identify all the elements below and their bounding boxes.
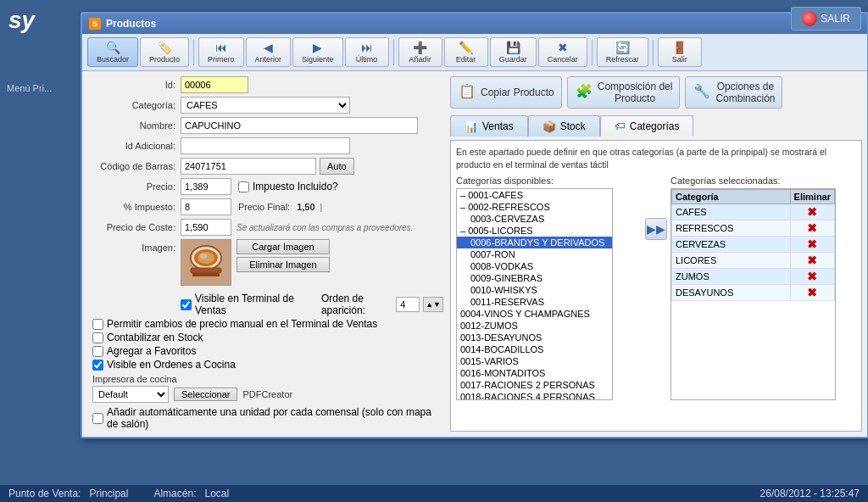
cat-item-0013-desayunos[interactable]: 0013-DESAYUNOS xyxy=(457,332,612,343)
cocina-checkbox[interactable] xyxy=(92,360,103,371)
categoria-row: Categoría: CAFES xyxy=(87,97,443,114)
editar-label: Editar xyxy=(456,55,476,64)
copiar-producto-button[interactable]: 📋 Copiar Producto xyxy=(450,76,562,109)
contabilizar-checkbox[interactable] xyxy=(92,332,103,343)
toolbar-salir-button[interactable]: 🚪 Salir xyxy=(658,37,702,67)
orden-spinner-button[interactable]: ▲▼ xyxy=(423,297,443,312)
producto-button[interactable]: 🏷️ Producto xyxy=(140,37,189,67)
cat-item-0008-vodkas[interactable]: 0008-VODKAS xyxy=(457,260,612,272)
available-panel: Categorías disponibles: – 0001-CAFES – 0… xyxy=(456,176,642,400)
cargar-imagen-button[interactable]: Cargar Imagen xyxy=(236,239,330,254)
delete-cafes-button[interactable]: ✖ xyxy=(807,205,817,219)
available-list[interactable]: – 0001-CAFES – 0002-REFRESCOS 0003-CERVE… xyxy=(456,188,613,400)
cat-item-0001-cafes[interactable]: – 0001-CAFES xyxy=(457,189,612,201)
contabilizar-row: Contabilizar en Stock xyxy=(87,332,443,343)
producto-label: Producto xyxy=(149,55,180,64)
refrescar-button[interactable]: 🔄 Refrescar xyxy=(597,37,648,67)
anadir-button[interactable]: ➕ Añadir xyxy=(398,37,442,67)
contabilizar-label: Contabilizar en Stock xyxy=(107,332,203,343)
image-area: Cargar Imagen Eliminar Imagen xyxy=(181,239,330,286)
printer-select[interactable]: Default xyxy=(92,386,169,403)
add-category-button[interactable]: ▶▶ xyxy=(645,218,667,240)
nombre-label: Nombre: xyxy=(87,120,181,131)
selected-cat-cervezas: CERVEZAS xyxy=(672,237,791,253)
buscador-button[interactable]: 🔍 Buscador xyxy=(87,37,138,67)
delete-licores-button[interactable]: ✖ xyxy=(807,254,817,267)
toolbar-separator-2 xyxy=(393,40,394,65)
ultimo-button[interactable]: ⏭ Último xyxy=(345,37,389,67)
guardar-label: Guardar xyxy=(499,55,527,64)
cat-item-0016-montaditos[interactable]: 0016-MONTADITOS xyxy=(457,367,612,379)
cat-item-0002-refrescos[interactable]: – 0002-REFRESCOS xyxy=(457,201,612,213)
cat-item-0012-zumos[interactable]: 0012-ZUMOS xyxy=(457,320,612,332)
svg-point-4 xyxy=(200,254,207,259)
delete-zumos-button[interactable]: ✖ xyxy=(807,270,817,283)
orden-field[interactable] xyxy=(396,297,420,312)
buscador-label: Buscador xyxy=(97,55,129,64)
cat-item-0014-bocadillos[interactable]: 0014-BOCADILLOS xyxy=(457,343,612,355)
tab-categorias[interactable]: 🏷 Categorías xyxy=(600,115,694,137)
precio-row: Precio: Impuesto Incluido? xyxy=(87,178,443,195)
composicion-label: Composición delProducto xyxy=(598,81,673,104)
orden-aparicion-label: Orden de aparición: xyxy=(321,293,392,316)
cat-item-0010-whiskys[interactable]: 0010-WHISKYS xyxy=(457,284,612,296)
auto-anadir-checkbox[interactable] xyxy=(92,413,103,424)
printer-section: Impresora de cocina Default Seleccionar … xyxy=(87,374,443,403)
cat-item-0009-ginebras[interactable]: 0009-GINEBRAS xyxy=(457,272,612,284)
delete-refrescos-button[interactable]: ✖ xyxy=(807,221,817,235)
status-bar: Punto de Venta: Principal Almacén: Local… xyxy=(0,485,868,502)
impuesto-incluido-checkbox[interactable] xyxy=(238,181,249,192)
seleccionar-button[interactable]: Seleccionar xyxy=(174,388,237,401)
salir-icon xyxy=(802,11,817,26)
codigo-barras-field[interactable] xyxy=(181,158,316,175)
cat-item-0005-licores[interactable]: – 0005-LICORES xyxy=(457,225,612,237)
primero-button[interactable]: ⏮ Primero xyxy=(198,37,244,67)
salir-button[interactable]: SALIR xyxy=(791,7,861,31)
selected-cat-refrescos: REFRESCOS xyxy=(672,220,791,237)
impuesto-field[interactable] xyxy=(181,198,231,215)
dialog-titlebar: S Productos ✕ xyxy=(82,14,867,34)
id-adicional-label: Id Adicional: xyxy=(87,141,181,151)
delete-cervezas-button[interactable]: ✖ xyxy=(807,237,817,251)
id-row: Id: xyxy=(87,76,443,93)
cat-item-0007-ron[interactable]: 0007-RON xyxy=(457,248,612,260)
cat-item-0015-varios[interactable]: 0015-VARIOS xyxy=(457,355,612,367)
selected-categories-table: Categoría Eliminar CAFES ✖ xyxy=(670,188,836,400)
precio-manual-label: Permitir cambios de precio manual en el … xyxy=(107,318,377,330)
favoritos-checkbox[interactable] xyxy=(92,346,103,357)
cat-item-0003-cervezas[interactable]: 0003-CERVEZAS xyxy=(457,213,612,225)
toolbar-separator-4 xyxy=(653,40,654,65)
id-adicional-field[interactable] xyxy=(181,137,350,154)
guardar-button[interactable]: 💾 Guardar xyxy=(490,37,537,67)
siguiente-button[interactable]: ▶ Siguiente xyxy=(292,37,343,67)
auto-button[interactable]: Auto xyxy=(320,158,354,175)
first-icon: ⏮ xyxy=(215,41,227,54)
cat-item-0004-vinos[interactable]: 0004-VINOS Y CHAMPAGNES xyxy=(457,308,612,320)
nombre-field[interactable] xyxy=(181,117,418,134)
cancelar-button[interactable]: ✖ Cancelar xyxy=(538,37,587,67)
editar-button[interactable]: ✏️ Editar xyxy=(444,37,488,67)
eliminar-imagen-button[interactable]: Eliminar Imagen xyxy=(236,257,330,272)
precio-field[interactable] xyxy=(181,178,231,195)
app-logo: sy xyxy=(8,7,35,34)
tab-ventas[interactable]: 📊 Ventas xyxy=(450,115,528,137)
cat-item-0018-raciones4[interactable]: 0018-RACIONES 4 PERSONAS xyxy=(457,391,612,400)
visible-ventas-label: Visible en Terminal de Ventas xyxy=(195,293,311,316)
cat-item-0006-brandys[interactable]: 0006-BRANDYS Y DERIVADOS xyxy=(457,237,612,248)
precio-final-value: 1,50 xyxy=(297,202,314,212)
categoria-select[interactable]: CAFES xyxy=(181,97,350,114)
composicion-button[interactable]: 🧩 Composición delProducto xyxy=(567,76,681,109)
id-field[interactable] xyxy=(181,76,248,93)
pdf-creator-label: PDFCreator xyxy=(242,389,292,399)
precio-coste-field[interactable] xyxy=(181,219,231,236)
opciones-button[interactable]: 🔧 Opciones deCombinación xyxy=(685,76,782,109)
delete-desayunos-button[interactable]: ✖ xyxy=(807,286,817,299)
anterior-button[interactable]: ◀ Anterior xyxy=(246,37,292,67)
precio-manual-checkbox[interactable] xyxy=(92,319,103,330)
id-label: Id: xyxy=(87,80,181,90)
visible-ventas-checkbox[interactable] xyxy=(181,299,192,310)
cat-item-0011-reservas[interactable]: 0011-RESERVAS xyxy=(457,296,612,308)
cursor-indicator: | xyxy=(320,203,323,212)
tab-stock[interactable]: 📦 Stock xyxy=(528,115,600,137)
cat-item-0017-raciones2[interactable]: 0017-RACIONES 2 PERSONAS xyxy=(457,379,612,391)
